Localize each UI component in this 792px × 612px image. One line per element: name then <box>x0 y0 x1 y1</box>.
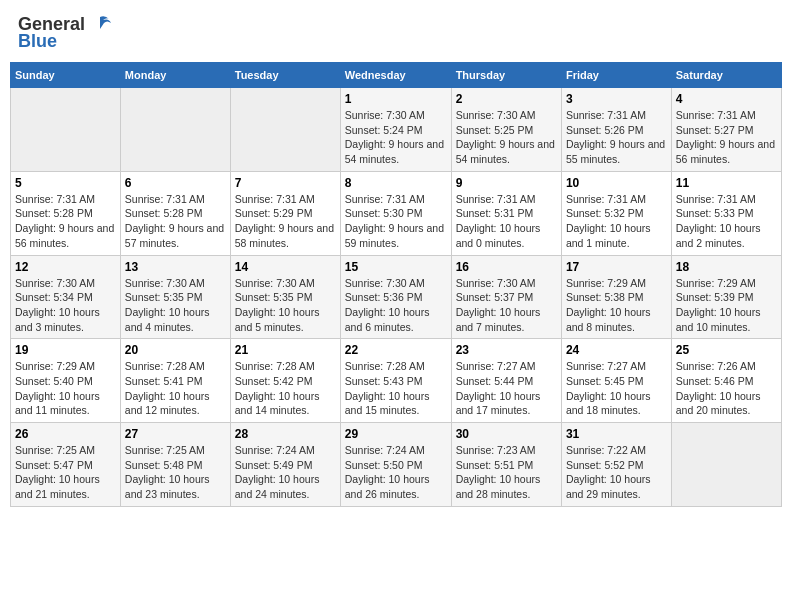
day-info: Sunrise: 7:31 AMSunset: 5:26 PMDaylight:… <box>566 108 667 167</box>
day-number: 25 <box>676 343 777 357</box>
day-number: 24 <box>566 343 667 357</box>
weekday-cell: Sunday <box>11 63 121 88</box>
calendar-body: 1Sunrise: 7:30 AMSunset: 5:24 PMDaylight… <box>11 88 782 507</box>
calendar-cell: 19Sunrise: 7:29 AMSunset: 5:40 PMDayligh… <box>11 339 121 423</box>
day-info: Sunrise: 7:31 AMSunset: 5:28 PMDaylight:… <box>15 192 116 251</box>
day-info: Sunrise: 7:28 AMSunset: 5:42 PMDaylight:… <box>235 359 336 418</box>
calendar-cell: 3Sunrise: 7:31 AMSunset: 5:26 PMDaylight… <box>561 88 671 172</box>
calendar-table: SundayMondayTuesdayWednesdayThursdayFrid… <box>10 62 782 507</box>
calendar-cell <box>671 423 781 507</box>
calendar-cell: 30Sunrise: 7:23 AMSunset: 5:51 PMDayligh… <box>451 423 561 507</box>
day-info: Sunrise: 7:30 AMSunset: 5:25 PMDaylight:… <box>456 108 557 167</box>
day-number: 28 <box>235 427 336 441</box>
calendar-cell: 24Sunrise: 7:27 AMSunset: 5:45 PMDayligh… <box>561 339 671 423</box>
calendar-cell: 22Sunrise: 7:28 AMSunset: 5:43 PMDayligh… <box>340 339 451 423</box>
calendar-week-row: 19Sunrise: 7:29 AMSunset: 5:40 PMDayligh… <box>11 339 782 423</box>
calendar-cell: 14Sunrise: 7:30 AMSunset: 5:35 PMDayligh… <box>230 255 340 339</box>
day-info: Sunrise: 7:31 AMSunset: 5:32 PMDaylight:… <box>566 192 667 251</box>
weekday-header-row: SundayMondayTuesdayWednesdayThursdayFrid… <box>11 63 782 88</box>
weekday-cell: Monday <box>120 63 230 88</box>
calendar-cell: 2Sunrise: 7:30 AMSunset: 5:25 PMDaylight… <box>451 88 561 172</box>
day-number: 20 <box>125 343 226 357</box>
calendar-week-row: 12Sunrise: 7:30 AMSunset: 5:34 PMDayligh… <box>11 255 782 339</box>
day-info: Sunrise: 7:31 AMSunset: 5:31 PMDaylight:… <box>456 192 557 251</box>
day-number: 21 <box>235 343 336 357</box>
day-info: Sunrise: 7:28 AMSunset: 5:43 PMDaylight:… <box>345 359 447 418</box>
day-number: 5 <box>15 176 116 190</box>
calendar-cell <box>11 88 121 172</box>
day-info: Sunrise: 7:25 AMSunset: 5:47 PMDaylight:… <box>15 443 116 502</box>
day-info: Sunrise: 7:24 AMSunset: 5:49 PMDaylight:… <box>235 443 336 502</box>
calendar-cell: 13Sunrise: 7:30 AMSunset: 5:35 PMDayligh… <box>120 255 230 339</box>
weekday-cell: Friday <box>561 63 671 88</box>
day-number: 17 <box>566 260 667 274</box>
day-number: 1 <box>345 92 447 106</box>
weekday-cell: Wednesday <box>340 63 451 88</box>
day-info: Sunrise: 7:29 AMSunset: 5:40 PMDaylight:… <box>15 359 116 418</box>
page-header: General Blue <box>10 10 782 56</box>
calendar-cell: 21Sunrise: 7:28 AMSunset: 5:42 PMDayligh… <box>230 339 340 423</box>
day-info: Sunrise: 7:24 AMSunset: 5:50 PMDaylight:… <box>345 443 447 502</box>
day-number: 18 <box>676 260 777 274</box>
calendar-week-row: 5Sunrise: 7:31 AMSunset: 5:28 PMDaylight… <box>11 171 782 255</box>
day-number: 22 <box>345 343 447 357</box>
calendar-cell: 6Sunrise: 7:31 AMSunset: 5:28 PMDaylight… <box>120 171 230 255</box>
calendar-cell: 25Sunrise: 7:26 AMSunset: 5:46 PMDayligh… <box>671 339 781 423</box>
day-number: 7 <box>235 176 336 190</box>
calendar-cell <box>230 88 340 172</box>
calendar-cell: 16Sunrise: 7:30 AMSunset: 5:37 PMDayligh… <box>451 255 561 339</box>
calendar-cell: 17Sunrise: 7:29 AMSunset: 5:38 PMDayligh… <box>561 255 671 339</box>
calendar-cell: 20Sunrise: 7:28 AMSunset: 5:41 PMDayligh… <box>120 339 230 423</box>
day-info: Sunrise: 7:31 AMSunset: 5:28 PMDaylight:… <box>125 192 226 251</box>
calendar-cell: 1Sunrise: 7:30 AMSunset: 5:24 PMDaylight… <box>340 88 451 172</box>
calendar-cell: 11Sunrise: 7:31 AMSunset: 5:33 PMDayligh… <box>671 171 781 255</box>
calendar-cell <box>120 88 230 172</box>
logo-blue-text: Blue <box>18 31 57 52</box>
day-number: 23 <box>456 343 557 357</box>
calendar-cell: 7Sunrise: 7:31 AMSunset: 5:29 PMDaylight… <box>230 171 340 255</box>
calendar-week-row: 1Sunrise: 7:30 AMSunset: 5:24 PMDaylight… <box>11 88 782 172</box>
calendar-cell: 31Sunrise: 7:22 AMSunset: 5:52 PMDayligh… <box>561 423 671 507</box>
calendar-cell: 4Sunrise: 7:31 AMSunset: 5:27 PMDaylight… <box>671 88 781 172</box>
day-number: 14 <box>235 260 336 274</box>
day-info: Sunrise: 7:31 AMSunset: 5:29 PMDaylight:… <box>235 192 336 251</box>
weekday-cell: Tuesday <box>230 63 340 88</box>
calendar-cell: 10Sunrise: 7:31 AMSunset: 5:32 PMDayligh… <box>561 171 671 255</box>
day-info: Sunrise: 7:30 AMSunset: 5:35 PMDaylight:… <box>235 276 336 335</box>
logo: General Blue <box>18 14 113 52</box>
day-number: 9 <box>456 176 557 190</box>
day-number: 8 <box>345 176 447 190</box>
day-info: Sunrise: 7:25 AMSunset: 5:48 PMDaylight:… <box>125 443 226 502</box>
calendar-cell: 23Sunrise: 7:27 AMSunset: 5:44 PMDayligh… <box>451 339 561 423</box>
day-number: 27 <box>125 427 226 441</box>
day-number: 31 <box>566 427 667 441</box>
day-number: 3 <box>566 92 667 106</box>
calendar-cell: 18Sunrise: 7:29 AMSunset: 5:39 PMDayligh… <box>671 255 781 339</box>
weekday-cell: Saturday <box>671 63 781 88</box>
day-info: Sunrise: 7:23 AMSunset: 5:51 PMDaylight:… <box>456 443 557 502</box>
day-info: Sunrise: 7:30 AMSunset: 5:24 PMDaylight:… <box>345 108 447 167</box>
day-info: Sunrise: 7:29 AMSunset: 5:38 PMDaylight:… <box>566 276 667 335</box>
calendar-cell: 8Sunrise: 7:31 AMSunset: 5:30 PMDaylight… <box>340 171 451 255</box>
day-number: 15 <box>345 260 447 274</box>
day-info: Sunrise: 7:26 AMSunset: 5:46 PMDaylight:… <box>676 359 777 418</box>
day-info: Sunrise: 7:27 AMSunset: 5:44 PMDaylight:… <box>456 359 557 418</box>
day-info: Sunrise: 7:31 AMSunset: 5:33 PMDaylight:… <box>676 192 777 251</box>
calendar-cell: 5Sunrise: 7:31 AMSunset: 5:28 PMDaylight… <box>11 171 121 255</box>
day-info: Sunrise: 7:28 AMSunset: 5:41 PMDaylight:… <box>125 359 226 418</box>
day-info: Sunrise: 7:30 AMSunset: 5:37 PMDaylight:… <box>456 276 557 335</box>
day-info: Sunrise: 7:30 AMSunset: 5:35 PMDaylight:… <box>125 276 226 335</box>
day-number: 6 <box>125 176 226 190</box>
calendar-cell: 29Sunrise: 7:24 AMSunset: 5:50 PMDayligh… <box>340 423 451 507</box>
day-number: 10 <box>566 176 667 190</box>
calendar-cell: 28Sunrise: 7:24 AMSunset: 5:49 PMDayligh… <box>230 423 340 507</box>
day-number: 26 <box>15 427 116 441</box>
logo-bird-icon <box>87 15 113 35</box>
day-info: Sunrise: 7:31 AMSunset: 5:27 PMDaylight:… <box>676 108 777 167</box>
calendar-cell: 27Sunrise: 7:25 AMSunset: 5:48 PMDayligh… <box>120 423 230 507</box>
day-number: 12 <box>15 260 116 274</box>
day-info: Sunrise: 7:31 AMSunset: 5:30 PMDaylight:… <box>345 192 447 251</box>
day-number: 2 <box>456 92 557 106</box>
day-info: Sunrise: 7:30 AMSunset: 5:34 PMDaylight:… <box>15 276 116 335</box>
day-number: 29 <box>345 427 447 441</box>
